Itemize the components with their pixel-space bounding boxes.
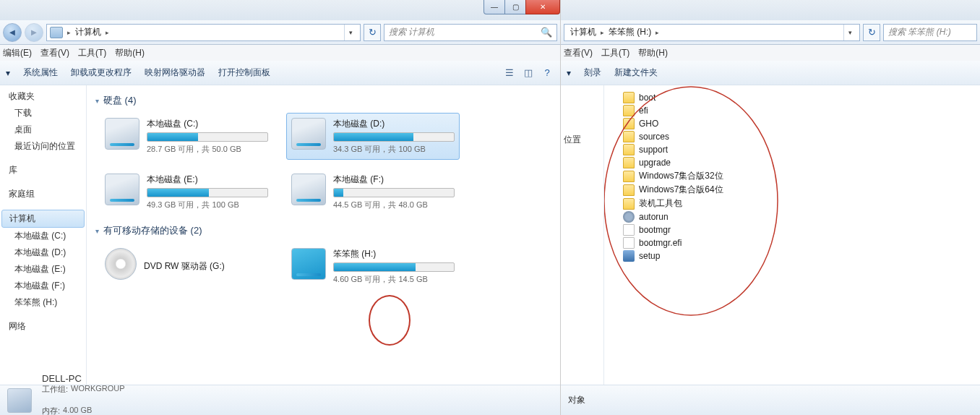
- status-pc-name: DELL-PC: [42, 373, 82, 384]
- menu-view[interactable]: 查看(V): [40, 47, 69, 59]
- main-content: ▾硬盘 (4) 本地磁盘 (C:) 28.7 GB 可用，共 50.0 GB: [87, 85, 560, 385]
- breadcrumb-drive-h[interactable]: 笨笨熊 (H:): [606, 26, 654, 38]
- file-item[interactable]: GHO: [620, 117, 971, 130]
- sidebar-drive-c[interactable]: 本地磁盘 (C:): [0, 228, 86, 244]
- breadcrumb-computer[interactable]: 计算机: [567, 26, 599, 38]
- sidebar-drive-f[interactable]: 本地磁盘 (F:): [0, 278, 86, 294]
- file-item[interactable]: Windows7集合版32位: [620, 169, 971, 183]
- menu-help[interactable]: 帮助(H): [638, 47, 668, 59]
- folder-icon: [623, 198, 635, 210]
- address-dropdown[interactable]: ▾: [344, 25, 357, 40]
- file-item[interactable]: sources: [620, 130, 971, 143]
- menu-bar: 编辑(E) 查看(V) 工具(T) 帮助(H): [0, 45, 560, 61]
- drive-h[interactable]: 笨笨熊 (H:) 4.60 GB 可用，共 14.5 GB: [286, 243, 460, 290]
- file-item[interactable]: bootmgr: [620, 223, 971, 236]
- file-name: boot: [639, 93, 656, 103]
- file-item[interactable]: autorun: [620, 210, 971, 223]
- menu-tools[interactable]: 工具(T): [601, 47, 629, 59]
- sidebar-drive-e[interactable]: 本地磁盘 (E:): [0, 261, 86, 278]
- sidebar-favorites[interactable]: 收藏夹: [0, 88, 86, 105]
- maximize-button[interactable]: ▢: [504, 0, 526, 14]
- organize-dropdown[interactable]: ▾: [6, 68, 10, 78]
- drive-dvd-g[interactable]: DVD RW 驱动器 (G:): [100, 243, 273, 290]
- preview-pane-icon[interactable]: ◫: [521, 66, 536, 80]
- help-icon[interactable]: ?: [540, 66, 554, 80]
- tool-control-panel[interactable]: 打开控制面板: [218, 67, 270, 79]
- breadcrumb-computer[interactable]: 计算机: [72, 26, 104, 38]
- file-item[interactable]: upgrade: [620, 156, 971, 169]
- drive-e[interactable]: 本地磁盘 (E:) 49.3 GB 可用，共 100 GB: [100, 168, 273, 215]
- search-placeholder: 搜索 计算机: [389, 26, 434, 38]
- nav-back-button[interactable]: ◄: [3, 23, 22, 42]
- file-item[interactable]: boot: [620, 91, 971, 104]
- organize-dropdown[interactable]: ▾: [567, 68, 571, 78]
- install-disc-icon: [291, 248, 326, 280]
- drive-name: 笨笨熊 (H:): [333, 248, 455, 260]
- section-removable[interactable]: ▾有可移动存储的设备 (2): [95, 224, 551, 237]
- file-name: support: [639, 145, 668, 155]
- drive-name: DVD RW 驱动器 (G:): [144, 260, 225, 273]
- close-button[interactable]: ✕: [525, 0, 560, 14]
- drive-f[interactable]: 本地磁盘 (F:) 44.5 GB 可用，共 48.0 GB: [286, 168, 460, 215]
- file-name: upgrade: [639, 158, 671, 168]
- sidebar-drive-h[interactable]: 笨笨熊 (H:): [0, 294, 86, 311]
- sidebar-downloads[interactable]: 下载: [0, 105, 86, 121]
- menu-view[interactable]: 查看(V): [564, 47, 593, 59]
- sidebar-libraries[interactable]: 库: [0, 162, 86, 179]
- sidebar-drive-d[interactable]: 本地磁盘 (D:): [0, 244, 86, 261]
- file-item[interactable]: 装机工具包: [620, 197, 971, 210]
- drive-d[interactable]: 本地磁盘 (D:) 34.3 GB 可用，共 100 GB: [286, 113, 460, 160]
- sidebar-network[interactable]: 网络: [0, 318, 86, 335]
- file-name: GHO: [639, 119, 658, 129]
- view-options-icon[interactable]: ☰: [502, 66, 517, 80]
- gear-icon: [623, 211, 635, 223]
- navigation-bar: ◄ ► ▸ 计算机 ▸ ▾ ↻ 搜索 计算机 🔍: [0, 20, 560, 45]
- file-name: 装机工具包: [639, 197, 682, 210]
- folder-icon: [623, 184, 635, 196]
- status-memory: 4.00 GB: [63, 406, 92, 415]
- sidebar-desktop[interactable]: 桌面: [0, 121, 86, 138]
- file-item[interactable]: Windows7集合版64位: [620, 183, 971, 197]
- file-item[interactable]: efi: [620, 104, 971, 117]
- menu-edit[interactable]: 编辑(E): [3, 47, 32, 59]
- sidebar-recent[interactable]: 最近访问的位置: [0, 138, 86, 155]
- drive-icon: [291, 118, 326, 150]
- tool-map-drive[interactable]: 映射网络驱动器: [145, 67, 205, 79]
- drive-icon: [291, 174, 326, 205]
- dvd-icon: [105, 248, 137, 280]
- file-item[interactable]: setup: [620, 249, 971, 262]
- address-bar[interactable]: ▸ 计算机 ▸ ▾: [46, 24, 361, 41]
- drive-stats: 49.3 GB 可用，共 100 GB: [147, 200, 268, 210]
- sidebar-fragment: 位置: [561, 132, 603, 148]
- file-name: autorun: [639, 212, 669, 222]
- file-item[interactable]: bootmgr.efi: [620, 236, 971, 249]
- tool-new-folder[interactable]: 新建文件夹: [614, 67, 658, 79]
- titlebar: — ▢ ✕: [0, 0, 560, 20]
- search-box[interactable]: 搜索 计算机 🔍: [384, 24, 557, 41]
- refresh-button[interactable]: ↻: [364, 24, 381, 41]
- drive-stats: 34.3 GB 可用，共 100 GB: [333, 144, 455, 155]
- address-dropdown[interactable]: ▾: [843, 25, 856, 40]
- sidebar-homegroup[interactable]: 家庭组: [0, 186, 86, 202]
- tool-uninstall[interactable]: 卸载或更改程序: [71, 67, 132, 79]
- status-text: 对象: [568, 394, 585, 406]
- address-bar[interactable]: 计算机 ▸ 笨笨熊 (H:) ▸ ▾: [564, 24, 860, 41]
- nav-forward-button[interactable]: ►: [25, 23, 43, 42]
- search-box[interactable]: 搜索 笨笨熊 (H:): [883, 24, 977, 41]
- drive-c[interactable]: 本地磁盘 (C:) 28.7 GB 可用，共 50.0 GB: [100, 113, 273, 160]
- section-hard-drives[interactable]: ▾硬盘 (4): [95, 94, 551, 107]
- folder-icon: [623, 131, 635, 142]
- file-item[interactable]: support: [620, 143, 971, 156]
- menu-bar: 查看(V) 工具(T) 帮助(H): [561, 45, 980, 61]
- minimize-button[interactable]: —: [483, 0, 505, 14]
- file-name: bootmgr.efi: [639, 238, 682, 248]
- tool-burn[interactable]: 刻录: [584, 67, 601, 79]
- menu-help[interactable]: 帮助(H): [115, 47, 145, 59]
- command-bar: ▾ 刻录 新建文件夹: [561, 61, 980, 85]
- refresh-button[interactable]: ↻: [863, 24, 880, 41]
- sidebar-computer[interactable]: 计算机: [1, 210, 85, 228]
- menu-tools[interactable]: 工具(T): [78, 47, 106, 59]
- drive-name: 本地磁盘 (C:): [147, 118, 268, 130]
- file-name: Windows7集合版32位: [639, 170, 723, 182]
- tool-system-properties[interactable]: 系统属性: [23, 67, 58, 79]
